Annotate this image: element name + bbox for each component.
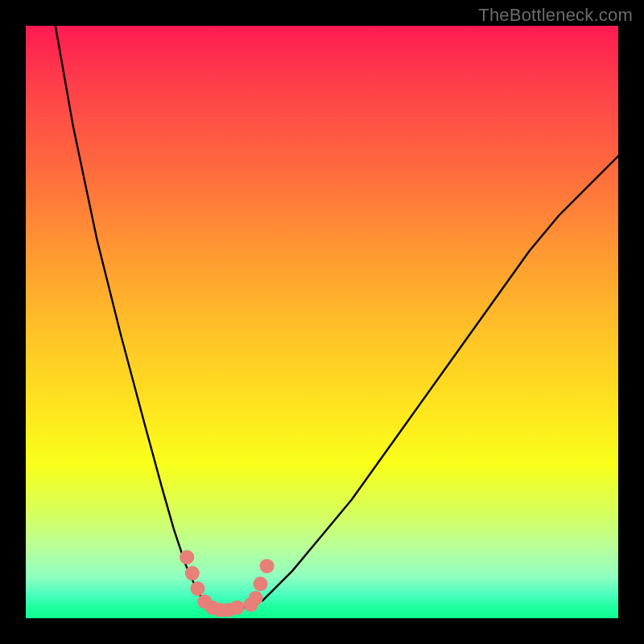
chart-frame: TheBottleneck.com bbox=[0, 0, 644, 644]
curve-marker bbox=[249, 591, 263, 605]
watermark-text: TheBottleneck.com bbox=[478, 5, 633, 26]
curve-markers bbox=[180, 550, 274, 617]
bottleneck-curve bbox=[56, 26, 618, 613]
curve-marker bbox=[185, 566, 200, 580]
curve-layer bbox=[26, 26, 618, 618]
curve-marker bbox=[253, 576, 267, 591]
curve-marker bbox=[260, 559, 275, 573]
curve-marker bbox=[230, 601, 245, 615]
curve-marker bbox=[190, 581, 204, 596]
curve-marker bbox=[180, 550, 194, 564]
plot-area bbox=[26, 26, 618, 618]
